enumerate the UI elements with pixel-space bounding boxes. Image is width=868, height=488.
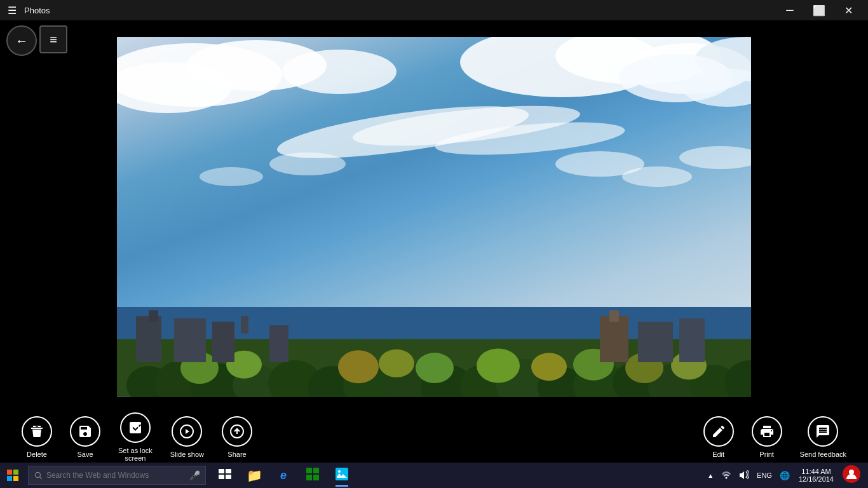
svg-line-64 [39, 477, 41, 478]
svg-rect-68 [226, 475, 231, 479]
user-avatar-area[interactable] [843, 465, 863, 485]
menu-button[interactable]: ≡ [39, 25, 67, 53]
user-avatar [843, 465, 860, 483]
svg-rect-50 [241, 316, 248, 333]
search-bar[interactable]: 🎤 [28, 466, 206, 485]
delete-icon [22, 416, 52, 447]
edge-icon: e [280, 469, 287, 482]
bottom-right-actions: Edit Print Send feedback [695, 416, 855, 458]
date-display: 12/16/2014 [799, 475, 834, 483]
save-label: Save [77, 451, 93, 458]
svg-point-75 [726, 477, 728, 478]
svg-point-42 [531, 353, 567, 381]
bottom-left-actions: Delete Save Set as lock screen [13, 412, 261, 462]
set-lock-screen-button[interactable]: Set as lock screen [109, 412, 161, 462]
delete-button[interactable]: Delete [13, 416, 61, 458]
task-view-button[interactable] [211, 463, 239, 488]
network-icon[interactable] [719, 470, 734, 481]
windows-icon [7, 470, 18, 481]
clock-display[interactable]: 11:44 AM 12/16/2014 [795, 468, 837, 483]
delete-label: Delete [27, 451, 47, 458]
svg-point-39 [379, 349, 414, 377]
time-display: 11:44 AM [801, 468, 831, 475]
landscape-layer [117, 281, 751, 396]
edge-button[interactable]: e [269, 463, 297, 488]
edit-icon [703, 416, 734, 447]
edit-button[interactable]: Edit [695, 416, 743, 458]
menu-icon: ≡ [50, 32, 57, 47]
svg-point-15 [679, 146, 751, 169]
svg-rect-66 [226, 469, 231, 473]
print-icon [752, 416, 782, 447]
share-icon [222, 416, 252, 447]
svg-rect-51 [269, 325, 288, 362]
print-button[interactable]: Print [743, 416, 791, 458]
svg-rect-59 [7, 470, 12, 475]
save-button[interactable]: Save [61, 416, 109, 458]
svg-rect-72 [313, 475, 319, 480]
file-explorer-button[interactable]: 📁 [240, 463, 268, 488]
svg-point-74 [338, 470, 341, 473]
back-icon: ← [15, 34, 28, 48]
keyboard-icon[interactable]: 🌐 [777, 471, 792, 480]
search-icon [34, 471, 43, 480]
close-button[interactable]: ✕ [834, 0, 863, 20]
app-title: Photos [24, 6, 50, 15]
photo-viewer [0, 20, 868, 413]
svg-rect-61 [7, 476, 12, 481]
minimize-button[interactable]: ─ [775, 0, 804, 20]
svg-point-63 [35, 472, 40, 477]
task-view-icon [219, 469, 231, 482]
search-input[interactable] [46, 471, 186, 480]
clouds-layer [117, 37, 751, 289]
taskbar-right: ▲ ENG 🌐 11:44 AM 12/16/2014 [705, 465, 868, 485]
print-label: Print [759, 451, 774, 458]
svg-rect-65 [219, 469, 224, 473]
svg-rect-48 [174, 318, 206, 362]
feedback-label: Send feedback [800, 451, 846, 458]
svg-rect-73 [336, 468, 348, 480]
svg-rect-71 [306, 475, 312, 480]
active-indicator [336, 485, 348, 487]
svg-rect-60 [13, 470, 18, 475]
store-button[interactable] [299, 463, 327, 488]
svg-rect-67 [219, 475, 224, 479]
svg-point-38 [338, 350, 379, 383]
svg-point-40 [416, 353, 454, 383]
send-feedback-button[interactable]: Send feedback [791, 416, 855, 458]
svg-point-12 [200, 167, 263, 186]
taskbar-apps: 📁 e [211, 463, 356, 488]
explorer-icon: 📁 [247, 468, 262, 483]
svg-rect-49 [212, 322, 234, 363]
avatar-icon [845, 468, 858, 480]
maximize-button[interactable]: ⬜ [804, 0, 834, 20]
start-button[interactable] [0, 463, 25, 488]
svg-rect-54 [638, 322, 673, 363]
notification-chevron[interactable]: ▲ [705, 472, 716, 479]
svg-rect-69 [306, 468, 312, 473]
taskbar: 🎤 📁 e [0, 463, 868, 488]
svg-point-41 [477, 349, 520, 383]
share-button[interactable]: Share [213, 416, 261, 458]
photos-app-button[interactable] [328, 463, 356, 488]
svg-rect-62 [13, 476, 18, 481]
svg-point-11 [269, 152, 346, 175]
volume-icon[interactable] [736, 470, 752, 481]
share-label: Share [227, 451, 246, 458]
back-button[interactable]: ← [6, 25, 37, 56]
lock-screen-icon [120, 412, 151, 443]
feedback-icon [808, 416, 838, 447]
svg-rect-55 [679, 318, 705, 362]
edit-label: Edit [712, 451, 724, 458]
slideshow-button[interactable]: Slide show [161, 416, 213, 458]
save-icon [70, 416, 100, 447]
slideshow-label: Slide show [170, 451, 204, 458]
svg-rect-52 [600, 316, 628, 362]
toolbar-left: ← ≡ [6, 25, 67, 56]
photo-image [117, 37, 751, 397]
language-icon[interactable]: ENG [754, 471, 775, 479]
svg-rect-46 [136, 316, 161, 362]
hamburger-icon[interactable]: ☰ [5, 2, 19, 19]
microphone-icon[interactable]: 🎤 [189, 470, 200, 480]
svg-point-76 [849, 470, 854, 475]
